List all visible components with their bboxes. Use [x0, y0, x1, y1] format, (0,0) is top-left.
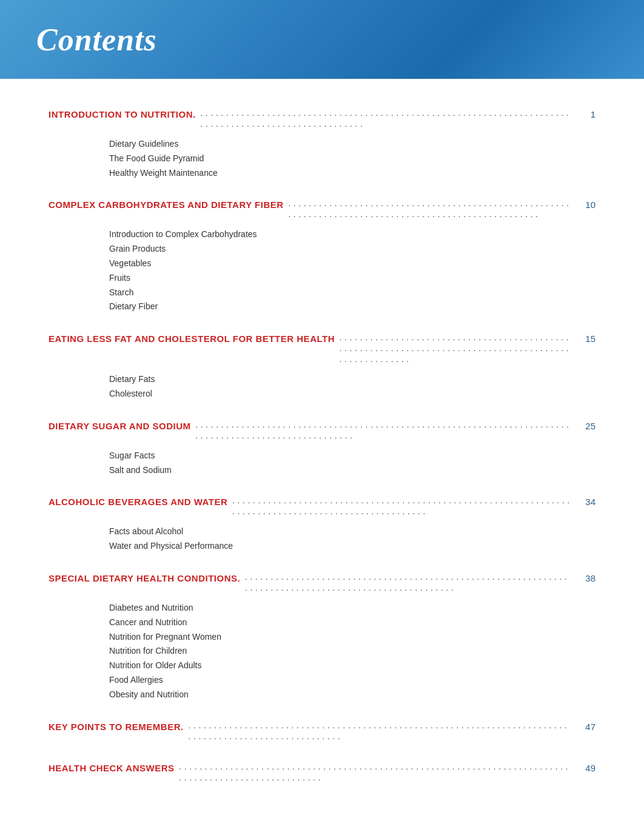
- toc-chapter-title: KEY POINTS TO REMEMBER.: [49, 722, 184, 732]
- toc-dots: [245, 571, 572, 593]
- toc-subtopic: Cancer and Nutrition: [109, 615, 595, 630]
- toc-page-number: 25: [577, 421, 595, 431]
- toc-page-number: 1: [577, 109, 595, 119]
- toc-page-number: 49: [577, 763, 595, 773]
- toc-page-number: 47: [577, 722, 595, 732]
- toc-chapter-title: SPECIAL DIETARY HEALTH CONDITIONS.: [49, 573, 240, 583]
- toc-chapter-row: DIETARY SUGAR AND SODIUM25: [49, 421, 595, 443]
- toc-subtopics: Facts about AlcoholWater and Physical Pe…: [109, 525, 595, 554]
- toc-subtopic: Dietary Guidelines: [109, 137, 595, 152]
- toc-dots: [289, 198, 572, 220]
- toc-subtopic: Fruits: [109, 271, 595, 286]
- toc-dots: [189, 720, 572, 742]
- toc-chapter-title: DIETARY SUGAR AND SODIUM: [49, 421, 191, 431]
- toc-subtopic: Dietary Fats: [109, 372, 595, 387]
- toc-chapter-title: ALCOHOLIC BEVERAGES AND WATER: [49, 497, 227, 507]
- toc-section-carbs: COMPLEX CARBOHYDRATES AND DIETARY FIBER1…: [49, 200, 595, 314]
- toc-subtopic: Healthy Weight Maintenance: [109, 166, 595, 181]
- toc-section-key: KEY POINTS TO REMEMBER.47: [49, 722, 595, 743]
- toc-dots: [340, 332, 572, 364]
- toc-chapter-row: HEALTH CHECK ANSWERS49: [49, 763, 595, 785]
- toc-subtopic: Introduction to Complex Carbohydrates: [109, 227, 595, 242]
- toc-subtopic: Nutrition for Older Adults: [109, 659, 595, 673]
- toc-page-number: 34: [577, 497, 595, 507]
- toc-subtopic: Dietary Fiber: [109, 300, 595, 314]
- toc-dots: [232, 495, 572, 517]
- toc-dots: [201, 107, 572, 129]
- toc-subtopic: Obesity and Nutrition: [109, 688, 595, 702]
- toc-subtopic: Sugar Facts: [109, 449, 595, 463]
- toc-page-number: 38: [577, 573, 595, 583]
- toc-dots: [179, 761, 573, 783]
- toc-section-fat: EATING LESS FAT AND CHOLESTEROL FOR BETT…: [49, 334, 595, 401]
- toc-chapter-title: HEALTH CHECK ANSWERS: [49, 763, 175, 773]
- toc-subtopic: Grain Products: [109, 242, 595, 257]
- toc-page-number: 15: [577, 334, 595, 344]
- toc-subtopic: Facts about Alcohol: [109, 525, 595, 539]
- toc-chapter-title: EATING LESS FAT AND CHOLESTEROL FOR BETT…: [49, 334, 335, 344]
- toc-content: INTRODUCTION TO NUTRITION.1Dietary Guide…: [0, 109, 644, 835]
- toc-subtopic: Salt and Sodium: [109, 463, 595, 478]
- toc-chapter-row: KEY POINTS TO REMEMBER.47: [49, 722, 595, 743]
- toc-subtopics: Diabetes and NutritionCancer and Nutriti…: [109, 601, 595, 702]
- page-title: Contents: [36, 22, 157, 58]
- toc-subtopic: Nutrition for Pregnant Women: [109, 630, 595, 645]
- toc-subtopic: Water and Physical Performance: [109, 539, 595, 554]
- toc-chapter-row: COMPLEX CARBOHYDRATES AND DIETARY FIBER1…: [49, 200, 595, 221]
- toc-section-health: HEALTH CHECK ANSWERS49: [49, 763, 595, 785]
- toc-subtopic: Cholesterol: [109, 387, 595, 401]
- toc-subtopic: Starch: [109, 286, 595, 300]
- toc-subtopic: Nutrition for Children: [109, 644, 595, 659]
- toc-chapter-row: INTRODUCTION TO NUTRITION.1: [49, 109, 595, 131]
- toc-subtopic: Vegetables: [109, 257, 595, 271]
- toc-container: INTRODUCTION TO NUTRITION.1Dietary Guide…: [49, 109, 595, 785]
- toc-section-dietary: SPECIAL DIETARY HEALTH CONDITIONS.38Diab…: [49, 573, 595, 702]
- toc-page-number: 10: [577, 200, 595, 210]
- toc-chapter-title: COMPLEX CARBOHYDRATES AND DIETARY FIBER: [49, 200, 284, 210]
- toc-subtopic: The Food Guide Pyramid: [109, 152, 595, 166]
- toc-chapter-row: SPECIAL DIETARY HEALTH CONDITIONS.38: [49, 573, 595, 595]
- toc-subtopics: Dietary FatsCholesterol: [109, 372, 595, 401]
- toc-subtopic: Food Allergies: [109, 673, 595, 688]
- toc-section-intro: INTRODUCTION TO NUTRITION.1Dietary Guide…: [49, 109, 595, 180]
- toc-subtopic: Diabetes and Nutrition: [109, 601, 595, 615]
- toc-section-alcohol: ALCOHOLIC BEVERAGES AND WATER34Facts abo…: [49, 497, 595, 554]
- toc-subtopics: Dietary GuidelinesThe Food Guide Pyramid…: [109, 137, 595, 180]
- toc-subtopics: Introduction to Complex CarbohydratesGra…: [109, 227, 595, 314]
- header-banner: Contents: [0, 0, 644, 79]
- toc-dots: [196, 419, 572, 441]
- toc-chapter-row: EATING LESS FAT AND CHOLESTEROL FOR BETT…: [49, 334, 595, 366]
- toc-subtopics: Sugar FactsSalt and Sodium: [109, 449, 595, 478]
- toc-chapter-title: INTRODUCTION TO NUTRITION.: [49, 109, 196, 119]
- page: Contents INTRODUCTION TO NUTRITION.1Diet…: [0, 0, 644, 835]
- toc-section-sugar: DIETARY SUGAR AND SODIUM25Sugar FactsSal…: [49, 421, 595, 478]
- toc-chapter-row: ALCOHOLIC BEVERAGES AND WATER34: [49, 497, 595, 518]
